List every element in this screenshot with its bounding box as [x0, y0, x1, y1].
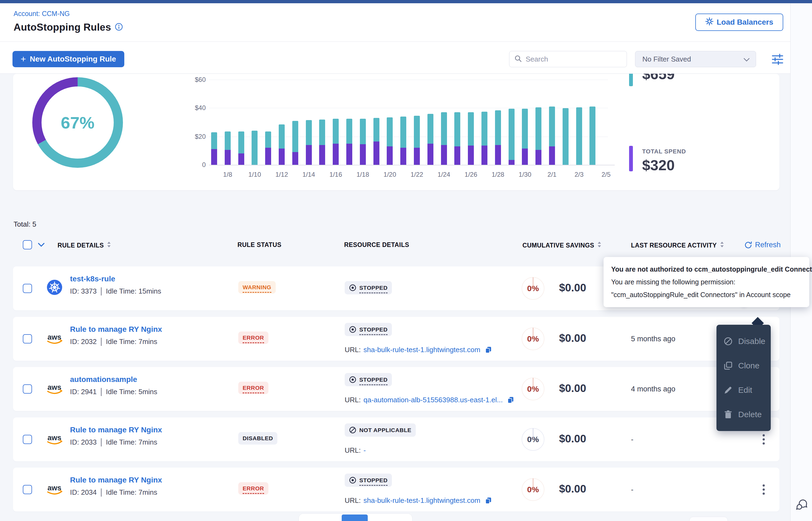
rule-subtext: ID: 2941Idle Time: 5mins [70, 388, 157, 396]
row-checkbox[interactable] [23, 284, 32, 293]
menu-item-clone[interactable]: Clone [717, 354, 771, 378]
x-axis-label: 1/14 [297, 171, 321, 178]
chevron-down-icon[interactable] [38, 243, 44, 248]
stacked-bar [346, 119, 352, 165]
column-header-last-resource-activity[interactable]: LAST RESOURCE ACTIVITY [631, 241, 724, 249]
last-resource-activity: - [631, 485, 634, 494]
row-actions-menu-button[interactable] [756, 480, 771, 499]
account-breadcrumb[interactable]: Account: CCM-NG [14, 10, 70, 18]
table-row[interactable]: awsautomationsampleID: 2941Idle Time: 5m… [13, 367, 779, 411]
resource-state-badge: STOPPED [345, 323, 392, 336]
delete-icon [724, 410, 733, 419]
resource-url-link[interactable]: qa-automation-alb-515563988.us-east-1.el… [363, 396, 503, 404]
column-header-rule-details[interactable]: RULE DETAILS [58, 241, 111, 249]
resource-url-line: URL:sha-bulk-rule-test-1.lightwingtest.c… [345, 496, 492, 505]
kubernetes-icon [47, 279, 62, 296]
copy-icon[interactable] [507, 396, 514, 404]
copy-icon[interactable] [485, 346, 492, 354]
new-rule-label: New AutoStopping Rule [30, 55, 116, 63]
load-balancers-button[interactable]: Load Balancers [695, 14, 783, 31]
refresh-icon [744, 241, 752, 249]
bar-spend-segment [292, 152, 298, 165]
kebab-dot [763, 484, 765, 486]
stacked-bar [373, 118, 379, 165]
menu-item-disable[interactable]: Disable [717, 329, 771, 354]
svg-text:aws: aws [47, 383, 61, 391]
row-checkbox[interactable] [23, 334, 32, 343]
new-autostopping-rule-button[interactable]: + New AutoStopping Rule [13, 51, 124, 67]
resource-url-link[interactable]: - [363, 446, 366, 455]
rule-name-link[interactable]: Rule to manage RY Nginx [70, 476, 162, 484]
permission-tooltip: You are not authorized to ccm_autostoppi… [603, 257, 809, 307]
bottom-right-chip[interactable] [689, 517, 728, 521]
resource-url-link[interactable]: sha-bulk-rule-test-1.lightwingtest.com [363, 346, 480, 354]
menu-item-delete[interactable]: Delete [717, 402, 771, 427]
kebab-dot [763, 438, 765, 440]
y-axis-tick: $20 [176, 133, 206, 140]
column-header-label: CUMULATIVE SAVINGS [522, 242, 594, 249]
select-all-checkbox[interactable] [23, 240, 32, 249]
savings-legend-marker [629, 74, 633, 86]
sort-icon[interactable] [107, 241, 111, 249]
stop-circle-icon [349, 477, 356, 484]
resource-state-label: STOPPED [359, 477, 387, 486]
table-row[interactable]: awsRule to manage RY NginxID: 2033Idle T… [13, 417, 779, 461]
column-header-cumulative-savings[interactable]: CUMULATIVE SAVINGS [522, 241, 601, 249]
stacked-bar [562, 108, 569, 165]
x-axis-label: 2/1 [540, 171, 564, 178]
search-icon [514, 55, 522, 63]
cumulative-savings-amount: $0.00 [559, 281, 586, 294]
stacked-bar [306, 120, 312, 165]
stacked-bar [522, 109, 528, 165]
row-actions-menu-button[interactable] [756, 430, 771, 449]
bar-spend-segment [468, 145, 474, 165]
filter-panel-icon[interactable] [771, 53, 784, 66]
bar-spend-segment [495, 145, 501, 165]
search-input[interactable] [526, 55, 622, 63]
stacked-bar [468, 112, 474, 165]
row-checkbox[interactable] [23, 384, 32, 393]
menu-item-edit[interactable]: Edit [717, 378, 771, 402]
aws-icon: aws [47, 383, 64, 396]
bar-spend-segment [265, 148, 271, 165]
bar-spend-segment [319, 145, 325, 165]
help-chat-icon[interactable] [795, 498, 809, 512]
rule-id: ID: 2941 [70, 388, 97, 396]
copy-icon[interactable] [485, 497, 492, 504]
rule-name-link[interactable]: test-k8s-rule [70, 275, 115, 283]
svg-text:aws: aws [47, 333, 61, 341]
pagination-active-page[interactable] [342, 515, 368, 521]
stacked-bar [211, 132, 217, 165]
table-row[interactable]: awsRule to manage RY NginxID: 2034Idle T… [13, 468, 779, 512]
refresh-button[interactable]: Refresh [744, 241, 781, 249]
rule-name-link[interactable]: Rule to manage RY Nginx [70, 426, 162, 434]
resource-url-link[interactable]: sha-bulk-rule-test-1.lightwingtest.com [363, 496, 480, 505]
x-axis-label: 1/26 [458, 171, 483, 178]
rule-status-badge: ERROR [238, 332, 269, 344]
sort-icon[interactable] [720, 241, 724, 249]
refresh-label: Refresh [755, 241, 781, 249]
sort-icon[interactable] [597, 241, 601, 249]
disable-icon [724, 337, 733, 346]
rule-name-link[interactable]: Rule to manage RY Nginx [70, 325, 162, 334]
page-header: Account: CCM-NG AutoStopping Rules Load … [0, 3, 790, 42]
stacked-bar [549, 107, 555, 165]
rule-name-link[interactable]: automationsample [70, 375, 137, 384]
menu-item-label: Edit [738, 385, 752, 395]
toolbar: + New AutoStopping Rule No Filter Saved [0, 42, 790, 74]
row-checkbox[interactable] [23, 485, 32, 494]
table-header-row: Refresh RULE DETAILSRULE STATUSRESOURCE … [0, 240, 790, 253]
chevron-down-icon [743, 55, 750, 63]
row-checkbox[interactable] [23, 435, 32, 444]
rule-status-label: ERROR [243, 335, 264, 343]
table-row[interactable]: awsRule to manage RY NginxID: 2032Idle T… [13, 317, 779, 361]
info-icon[interactable] [115, 23, 123, 32]
saved-filter-dropdown[interactable]: No Filter Saved [635, 51, 756, 67]
pagination-bar[interactable] [299, 514, 412, 521]
gear-icon [705, 17, 713, 27]
kebab-dot [763, 493, 765, 495]
stacked-bar [441, 112, 447, 165]
total-spend-label: TOTAL SPEND [642, 148, 686, 155]
bar-spend-segment [549, 146, 555, 165]
total-spend-legend: TOTAL SPEND $320 [629, 146, 686, 171]
